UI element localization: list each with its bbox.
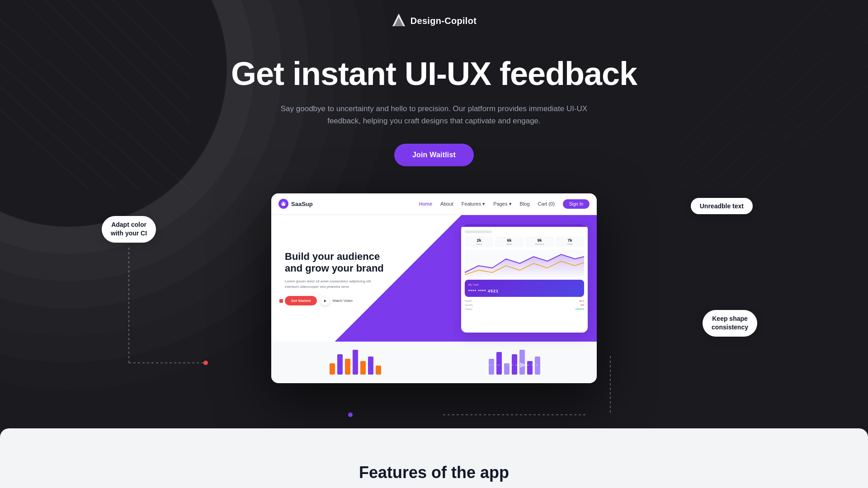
nav-about[interactable]: About: [440, 201, 453, 206]
bar-chart-1: [277, 345, 432, 379]
header: Design-Copilot: [0, 0, 868, 38]
svg-rect-21: [337, 354, 343, 375]
svg-point-43: [348, 413, 353, 417]
bank-card: My Card **** **** 4521: [465, 280, 584, 297]
red-indicator: [279, 299, 283, 303]
browser-hero: Build your audience and grow your brand …: [271, 215, 597, 342]
svg-rect-30: [512, 354, 517, 375]
browser-bottom: [271, 342, 597, 382]
svg-point-36: [203, 361, 208, 365]
svg-rect-27: [489, 359, 494, 375]
svg-rect-33: [535, 357, 540, 375]
nav-pages[interactable]: Pages ▾: [493, 201, 511, 207]
logo[interactable]: Design-Copilot: [392, 13, 476, 29]
bottom-section-title: Features of the app: [0, 463, 868, 482]
dashboard-card: 2k Users 6k Sales 9k Revenue: [461, 224, 588, 333]
annotation-keep-shape: Keep shape consistency: [703, 310, 757, 337]
saasup-logo: SaaSup: [278, 199, 313, 209]
browser-hero-heading: Build your audience and grow your brand: [285, 251, 384, 275]
metric-card-4: 7k Visits: [556, 236, 584, 247]
metric-row: 2k Users 6k Sales 9k Revenue: [465, 236, 584, 247]
hero-section: Get instant UI-UX feedback Say goodbye t…: [0, 38, 868, 175]
svg-rect-25: [368, 357, 373, 375]
sign-in-button[interactable]: Sign In: [563, 199, 590, 209]
annotation-adapt-color: Adapt color with your CI: [102, 216, 156, 243]
nav-home[interactable]: Home: [419, 201, 432, 206]
logo-icon: [392, 13, 406, 29]
browser-hero-text: Build your audience and grow your brand …: [285, 251, 384, 306]
transactions: Netflix-$12 Spotify-$9 Salary+$2400: [465, 300, 584, 310]
line-chart: [465, 250, 584, 277]
svg-rect-24: [360, 361, 366, 375]
svg-rect-23: [353, 350, 358, 375]
saasup-icon: [278, 199, 288, 209]
svg-rect-22: [345, 359, 350, 375]
svg-rect-29: [504, 363, 509, 375]
svg-marker-18: [324, 300, 326, 302]
dashboard-title: [465, 230, 584, 234]
svg-rect-26: [376, 366, 381, 375]
browser-hero-body: Lorem ipsum dolor sit amet consectetur a…: [285, 279, 384, 290]
browser-nav: SaaSup Home About Features ▾ Pages ▾ Blo…: [271, 193, 597, 215]
dashboard-body: 2k Users 6k Sales 9k Revenue: [461, 227, 588, 314]
bottom-bar-section: Features of the app: [0, 445, 868, 488]
svg-rect-32: [527, 361, 533, 375]
svg-rect-31: [519, 350, 525, 375]
metric-card-3: 9k Revenue: [525, 236, 554, 247]
hero-title: Get instant UI-UX feedback: [9, 56, 859, 92]
svg-rect-19: [465, 230, 492, 233]
hero-subtitle: Say goodbye to uncertainty and hello to …: [280, 103, 588, 127]
saasup-brand: SaaSup: [291, 201, 313, 207]
browser-hero-buttons: Get Started Watch Video: [285, 296, 384, 305]
metric-card-1: 2k Users: [465, 236, 493, 247]
svg-rect-28: [496, 352, 502, 375]
metric-card-2: 6k Sales: [495, 236, 524, 247]
bar-chart-2: [436, 345, 591, 379]
watch-video-button[interactable]: Watch Video: [321, 296, 353, 305]
svg-rect-20: [330, 363, 335, 375]
annotation-unreadable: Unreadble text: [691, 198, 753, 214]
browser-mockup: SaaSup Home About Features ▾ Pages ▾ Blo…: [271, 193, 597, 383]
get-started-button[interactable]: Get Started: [285, 296, 317, 305]
play-icon: [321, 296, 330, 305]
nav-blog[interactable]: Blog: [520, 201, 530, 206]
browser-menu: Home About Features ▾ Pages ▾ Blog Cart …: [419, 199, 590, 209]
main-visual: Adapt color with your CI Unreadble text …: [0, 193, 868, 428]
logo-text: Design-Copilot: [410, 16, 476, 26]
nav-features[interactable]: Features ▾: [462, 201, 485, 207]
nav-cart[interactable]: Cart (0): [538, 201, 555, 206]
cta-button[interactable]: Join Waitlist: [394, 144, 474, 166]
